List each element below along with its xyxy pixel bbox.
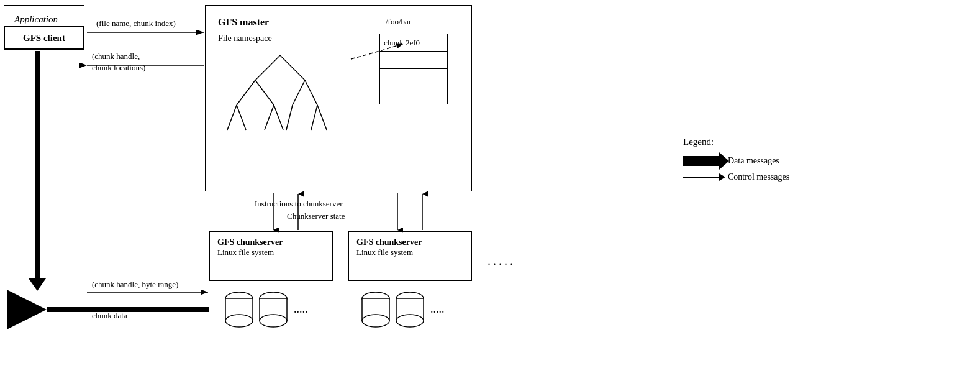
svg-line-6 [227, 105, 237, 130]
chunkserver-1-box: GFS chunkserver Linux file system [209, 231, 333, 281]
svg-line-9 [274, 105, 283, 130]
svg-line-1 [280, 55, 305, 80]
svg-line-3 [255, 80, 274, 105]
thick-arrow-icon [683, 156, 720, 166]
chunkserver-1-title: GFS chunkserver [217, 237, 324, 247]
data-messages-label: Data messages [728, 156, 779, 166]
gfs-master-title: GFS master [218, 17, 269, 28]
svg-text:.....: ..... [430, 303, 445, 315]
svg-text:.....: ..... [294, 303, 308, 315]
foo-bar-label: /foo/bar [386, 17, 411, 27]
chunk-table: chunk 2ef0 [379, 34, 448, 104]
gfs-client-label: GFS client [23, 33, 65, 44]
chunkserver-2-sub: Linux file system [356, 247, 463, 257]
gfs-master-box: GFS master File namespace /foo/bar [205, 5, 472, 191]
chunk-handle-locations-label: (chunk handle, chunk locations) [92, 51, 145, 73]
chunk-table-row-3 [380, 86, 447, 104]
svg-line-10 [286, 105, 293, 130]
chunkserver-1-sub: Linux file system [217, 247, 324, 257]
chunkserver-2-box: GFS chunkserver Linux file system [348, 231, 472, 281]
svg-line-12 [317, 105, 327, 130]
chunk-table-row-1 [380, 52, 447, 69]
cylinders-1: ..... [220, 291, 332, 341]
instructions-label: Instructions to chunkserver [255, 199, 343, 209]
chunkserver-2-title: GFS chunkserver [356, 237, 463, 247]
chunkserver-state-label: Chunkserver state [287, 211, 345, 221]
legend-control-messages: Control messages [683, 172, 789, 182]
svg-point-32 [225, 315, 253, 327]
legend-title: Legend: [683, 137, 789, 147]
file-namespace-label: File namespace [218, 34, 272, 44]
cylinders-2: ..... [357, 291, 469, 341]
svg-line-5 [305, 80, 317, 105]
diagram: Application GFS client GFS master File n… [0, 0, 980, 368]
svg-point-42 [396, 315, 424, 327]
svg-line-0 [255, 55, 280, 80]
svg-line-4 [293, 80, 305, 105]
svg-line-11 [311, 105, 317, 130]
control-messages-label: Control messages [728, 172, 789, 182]
arrows-svg [0, 0, 980, 368]
file-name-chunk-index-label: (file name, chunk index) [96, 19, 176, 29]
svg-point-39 [362, 315, 389, 327]
svg-line-8 [265, 105, 274, 130]
chunk-data-label: chunk data [92, 311, 127, 321]
more-chunkservers-dots: ..... [488, 254, 515, 268]
svg-point-35 [260, 315, 287, 327]
file-tree-diagram [218, 43, 348, 180]
chunk-table-row-2 [380, 69, 447, 86]
application-label: Application [14, 14, 58, 25]
svg-marker-22 [29, 278, 46, 291]
gfs-client-box: GFS client [4, 26, 84, 50]
svg-line-7 [237, 105, 246, 130]
thin-arrow-icon [683, 177, 720, 178]
chunk-table-row-0: chunk 2ef0 [380, 34, 447, 52]
legend-box: Legend: Data messages Control messages [683, 137, 789, 188]
svg-line-2 [237, 80, 255, 105]
chunk-handle-byte-range-label: (chunk handle, byte range) [92, 280, 178, 290]
dashed-arrow-svg [0, 0, 980, 368]
legend-data-messages: Data messages [683, 156, 789, 166]
